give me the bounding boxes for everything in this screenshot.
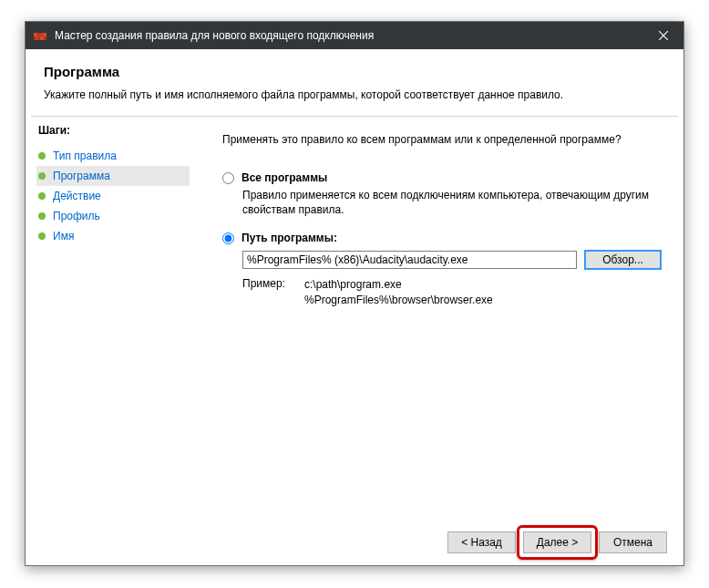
bullet-icon <box>38 172 46 180</box>
svg-rect-5 <box>40 36 44 40</box>
step-profile[interactable]: Профиль <box>36 206 190 226</box>
step-label: Программа <box>53 170 110 182</box>
step-label: Действие <box>53 190 101 202</box>
cancel-button[interactable]: Отмена <box>599 531 667 553</box>
example-paths: c:\path\program.exe %ProgramFiles%\brows… <box>304 277 493 306</box>
close-button[interactable] <box>642 22 683 49</box>
wizard-footer: < Назад Далее > Отмена <box>26 520 683 565</box>
titlebar: Мастер создания правила для нового входя… <box>26 22 683 49</box>
steps-sidebar: Шаги: Тип правила Программа Действие Про… <box>26 117 199 520</box>
steps-heading: Шаги: <box>36 124 190 137</box>
back-button[interactable]: < Назад <box>447 531 516 553</box>
step-label: Имя <box>53 230 74 242</box>
firewall-icon <box>33 28 47 43</box>
bullet-icon <box>38 192 46 200</box>
bullet-icon <box>38 152 46 160</box>
step-label: Профиль <box>53 210 100 222</box>
example-row: Пример: c:\path\program.exe %ProgramFile… <box>242 277 662 306</box>
step-label: Тип правила <box>53 150 117 162</box>
radio-path-label: Путь программы: <box>241 232 337 244</box>
radio-all-label: Все программы <box>241 171 327 184</box>
wizard-body: Шаги: Тип правила Программа Действие Про… <box>26 117 683 520</box>
step-rule-type[interactable]: Тип правила <box>36 146 190 166</box>
wizard-header: Программа Укажите полный путь и имя испо… <box>26 49 683 108</box>
desc-all-programs: Правило применяется ко всем подключениям… <box>242 188 662 217</box>
window-title: Мастер создания правила для нового входя… <box>55 29 642 42</box>
example-line-1: c:\path\program.exe <box>304 277 493 292</box>
page-title: Программа <box>44 64 665 79</box>
wizard-content: Применять это правило ко всем программам… <box>199 117 683 520</box>
step-action[interactable]: Действие <box>36 186 190 206</box>
step-program[interactable]: Программа <box>36 166 190 186</box>
svg-rect-1 <box>34 33 37 36</box>
content-prompt: Применять это правило ко всем программам… <box>222 133 662 146</box>
step-name[interactable]: Имя <box>36 226 190 246</box>
svg-rect-2 <box>38 33 42 36</box>
close-icon <box>659 31 668 40</box>
bullet-icon <box>38 212 46 220</box>
browse-button[interactable]: Обзор... <box>584 250 662 270</box>
next-button[interactable]: Далее > <box>523 531 591 553</box>
example-label: Пример: <box>242 277 304 306</box>
option-all-programs[interactable]: Все программы <box>222 171 662 184</box>
radio-program-path[interactable] <box>222 232 234 244</box>
option-program-path[interactable]: Путь программы: <box>222 232 662 244</box>
svg-rect-3 <box>43 33 46 36</box>
wizard-window: Мастер создания правила для нового входя… <box>25 21 684 566</box>
svg-rect-4 <box>36 36 39 40</box>
bullet-icon <box>38 232 46 240</box>
example-line-2: %ProgramFiles%\browser\browser.exe <box>304 293 493 307</box>
program-path-input[interactable] <box>242 251 577 269</box>
page-subtitle: Укажите полный путь и имя исполняемого ф… <box>44 88 665 101</box>
radio-all-programs[interactable] <box>222 172 234 184</box>
